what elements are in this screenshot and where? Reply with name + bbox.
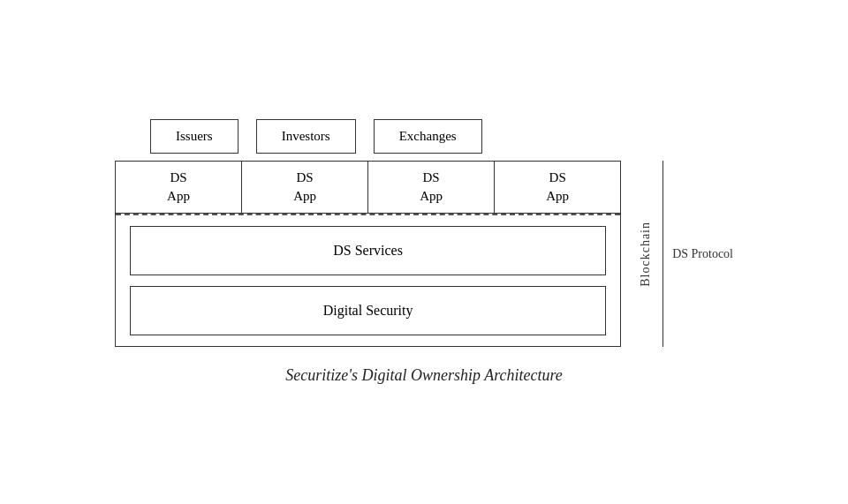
inner-content: DS Services Digital Security	[116, 215, 620, 346]
issuers-label: Issuers	[176, 129, 213, 143]
ds-services-box: DS Services	[130, 226, 606, 275]
investors-box: Investors	[256, 119, 356, 154]
issuers-box: Issuers	[150, 119, 238, 154]
blockchain-label: Blockchain	[628, 222, 663, 287]
ds-app-3-line2: App	[420, 189, 443, 203]
exchanges-label: Exchanges	[399, 129, 457, 143]
diagram-container: Issuers Investors Exchanges DS App DS Ap…	[115, 119, 733, 385]
diagram-title: Securitize's Digital Ownership Architect…	[285, 366, 563, 385]
ds-app-box-1: DS App	[116, 162, 242, 214]
exchanges-box: Exchanges	[374, 119, 482, 154]
ds-protocol-text: DS Protocol	[672, 247, 733, 261]
top-entities-row: Issuers Investors Exchanges	[150, 119, 482, 154]
ds-protocol-label: DS Protocol	[663, 161, 733, 347]
ds-apps-inside-row: DS App DS App DS App DS App	[116, 162, 620, 214]
digital-security-label: Digital Security	[323, 303, 413, 318]
title-text: Securitize's Digital Ownership Architect…	[285, 366, 563, 384]
investors-label: Investors	[282, 129, 330, 143]
ds-app-2-line2: App	[293, 189, 316, 203]
ds-app-4-line1: DS	[549, 170, 566, 184]
ds-app-box-2: DS App	[242, 162, 368, 214]
ds-app-1-line2: App	[167, 189, 190, 203]
ds-app-4-line2: App	[546, 189, 569, 203]
blockchain-label-container: Blockchain	[621, 161, 663, 347]
ds-app-2-line1: DS	[296, 170, 313, 184]
ds-app-1-line1: DS	[170, 170, 186, 184]
ds-app-3-line1: DS	[423, 170, 440, 184]
main-outer-box: DS App DS App DS App DS App	[115, 161, 621, 347]
ds-app-box-4: DS App	[495, 162, 620, 214]
ds-app-box-3: DS App	[368, 162, 495, 214]
digital-security-box: Digital Security	[130, 286, 606, 335]
protocol-row: DS App DS App DS App DS App	[115, 161, 733, 347]
ds-services-label: DS Services	[333, 243, 403, 258]
